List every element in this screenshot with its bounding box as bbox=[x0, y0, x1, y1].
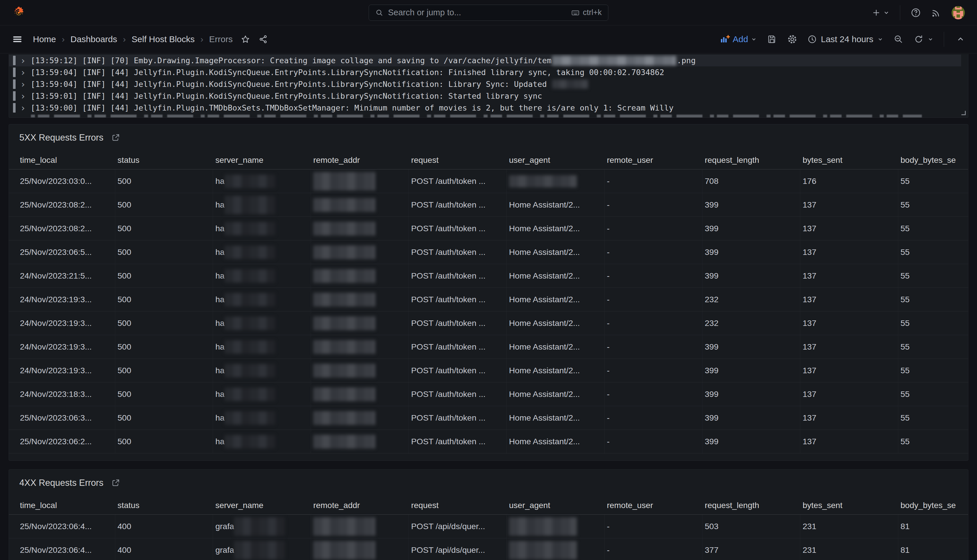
table-row: 24/Nov/2023:18:3...500haPOST /auth/token… bbox=[9, 382, 968, 406]
cell-server_name: grafa bbox=[213, 538, 311, 560]
column-header-request[interactable]: request bbox=[409, 500, 507, 510]
redacted-text bbox=[552, 80, 588, 88]
cell-bytes_sent: 137 bbox=[800, 359, 898, 382]
redacted-remote_addr bbox=[313, 541, 375, 559]
column-header-bytes_sent[interactable]: bytes_sent bbox=[800, 155, 898, 165]
cell-time_local: 25/Nov/2023:06:4... bbox=[9, 538, 115, 560]
save-dashboard-button[interactable] bbox=[767, 34, 777, 44]
cell-body_bytes_se: 81 bbox=[898, 515, 968, 538]
refresh-button[interactable] bbox=[914, 34, 924, 44]
zoom-out-button[interactable] bbox=[894, 34, 904, 44]
expand-chevron-icon[interactable]: › bbox=[20, 103, 26, 113]
column-header-status[interactable]: status bbox=[115, 155, 213, 165]
redacted-server_name bbox=[225, 340, 275, 353]
column-header-server_name[interactable]: server_name bbox=[213, 155, 311, 165]
column-header-time_local[interactable]: time_local bbox=[9, 155, 115, 165]
dashboard-quick-actions bbox=[241, 35, 268, 44]
breadcrumb-separator: › bbox=[200, 34, 203, 44]
add-label: Add bbox=[733, 34, 748, 44]
breadcrumb-self-host-blocks[interactable]: Self Host Blocks bbox=[132, 34, 195, 44]
cell-remote_user: - bbox=[605, 193, 702, 217]
column-header-user_agent[interactable]: user_agent bbox=[507, 500, 605, 510]
new-menu-button[interactable] bbox=[872, 8, 890, 17]
cell-request: POST /auth/token ... bbox=[409, 193, 507, 217]
search-input[interactable]: Search or jump to... ctrl+k bbox=[369, 5, 608, 21]
panel-title[interactable]: 4XX Requests Errors bbox=[19, 478, 103, 488]
column-header-remote_addr[interactable]: remote_addr bbox=[311, 500, 409, 510]
column-header-remote_user[interactable]: remote_user bbox=[605, 500, 702, 510]
collapse-toolbar-button[interactable] bbox=[956, 35, 965, 43]
clock-icon bbox=[807, 35, 817, 44]
expand-chevron-icon[interactable]: › bbox=[20, 56, 26, 65]
graph-bar-icon bbox=[720, 35, 730, 44]
cell-remote_addr bbox=[311, 240, 409, 264]
external-link-icon[interactable] bbox=[112, 478, 120, 487]
column-header-time_local[interactable]: time_local bbox=[9, 500, 115, 510]
toolbar-right: Add Last 24 hours bbox=[720, 32, 965, 47]
cell-time_local: 25/Nov/2023:03:0... bbox=[9, 170, 115, 193]
cell-server_name: ha bbox=[213, 430, 311, 453]
cell-request_length: 708 bbox=[702, 170, 800, 193]
redacted-remote_addr bbox=[313, 269, 375, 283]
log-line[interactable]: ›[13:59:00] [INF] [44] Jellyfin.Plugin.T… bbox=[9, 102, 968, 114]
grafana-logo[interactable] bbox=[12, 6, 25, 19]
cell-request: POST /auth/token ... bbox=[409, 382, 507, 406]
expand-chevron-icon[interactable]: › bbox=[20, 68, 26, 77]
redacted-server_name bbox=[225, 246, 275, 259]
external-link-icon[interactable] bbox=[112, 133, 120, 142]
column-header-remote_addr[interactable]: remote_addr bbox=[311, 155, 409, 165]
breadcrumb-separator: › bbox=[123, 34, 126, 44]
share-button[interactable] bbox=[259, 35, 268, 44]
expand-chevron-icon[interactable]: › bbox=[20, 92, 26, 101]
log-line[interactable]: ›[13:59:01] [INF] [44] Jellyfin.Plugin.K… bbox=[9, 90, 968, 102]
user-avatar[interactable] bbox=[952, 6, 965, 19]
column-header-server_name[interactable]: server_name bbox=[213, 500, 311, 510]
time-range-picker[interactable]: Last 24 hours bbox=[807, 34, 883, 44]
log-message: [13:59:00] [INF] [44] Jellyfin.Plugin.TM… bbox=[31, 103, 674, 112]
column-header-request[interactable]: request bbox=[409, 155, 507, 165]
table-row: 24/Nov/2023:19:3...500haPOST /auth/token… bbox=[9, 359, 968, 382]
column-header-body_bytes_se[interactable]: body_bytes_se bbox=[898, 155, 968, 165]
refresh-interval-button[interactable] bbox=[928, 37, 934, 42]
refresh-icon bbox=[914, 34, 924, 44]
breadcrumb: Home › Dashboards › Self Host Blocks › E… bbox=[33, 34, 233, 44]
redacted-remote_addr bbox=[313, 411, 375, 425]
panel-resize-handle[interactable] bbox=[961, 111, 966, 115]
favorite-button[interactable] bbox=[241, 35, 250, 44]
column-header-user_agent[interactable]: user_agent bbox=[507, 155, 605, 165]
breadcrumb-home[interactable]: Home bbox=[33, 34, 56, 44]
chevron-down-icon bbox=[883, 10, 890, 16]
column-header-remote_user[interactable]: remote_user bbox=[605, 155, 702, 165]
cell-body_bytes_se: 55 bbox=[898, 170, 968, 193]
column-header-bytes_sent[interactable]: bytes_sent bbox=[800, 500, 898, 510]
log-level-stripe bbox=[13, 68, 16, 77]
cell-server_name: ha bbox=[213, 193, 311, 217]
cell-time_local: 25/Nov/2023:08:2... bbox=[9, 193, 115, 217]
panel-title[interactable]: 5XX Requests Errors bbox=[19, 132, 103, 143]
breadcrumb-dashboards[interactable]: Dashboards bbox=[70, 34, 117, 44]
menu-toggle-button[interactable] bbox=[12, 34, 23, 45]
dashboard-settings-button[interactable] bbox=[787, 34, 797, 44]
column-header-body_bytes_se[interactable]: body_bytes_se bbox=[898, 500, 968, 510]
cell-user_agent: Home Assistant/2... bbox=[507, 335, 605, 358]
table-row: 25/Nov/2023:03:0...500haPOST /auth/token… bbox=[9, 170, 968, 193]
cell-request: POST /api/ds/quer... bbox=[409, 538, 507, 560]
log-line[interactable]: ›[13:59:04] [INF] [44] Jellyfin.Plugin.K… bbox=[9, 67, 968, 78]
column-header-request_length[interactable]: request_length bbox=[702, 155, 800, 165]
column-header-status[interactable]: status bbox=[115, 500, 213, 510]
table-row: 25/Nov/2023:08:2...500haPOST /auth/token… bbox=[9, 193, 968, 217]
cell-user_agent: Home Assistant/2... bbox=[507, 430, 605, 453]
expand-chevron-icon[interactable]: › bbox=[20, 80, 26, 89]
help-icon bbox=[910, 8, 921, 18]
log-line[interactable]: ›[13:59:04] [INF] [44] Jellyfin.Plugin.K… bbox=[9, 78, 968, 90]
cell-remote_addr bbox=[311, 430, 409, 453]
cell-body_bytes_se: 55 bbox=[898, 312, 968, 335]
column-header-request_length[interactable]: request_length bbox=[702, 500, 800, 510]
help-button[interactable] bbox=[910, 8, 921, 18]
news-button[interactable] bbox=[931, 8, 941, 18]
redacted-remote_addr bbox=[313, 387, 375, 401]
log-line[interactable]: ›[13:59:12] [INF] [70] Emby.Drawing.Imag… bbox=[9, 55, 968, 67]
cell-time_local: 24/Nov/2023:18:3... bbox=[9, 382, 115, 406]
breadcrumb-separator: › bbox=[62, 34, 65, 44]
add-panel-button[interactable]: Add bbox=[720, 34, 757, 44]
